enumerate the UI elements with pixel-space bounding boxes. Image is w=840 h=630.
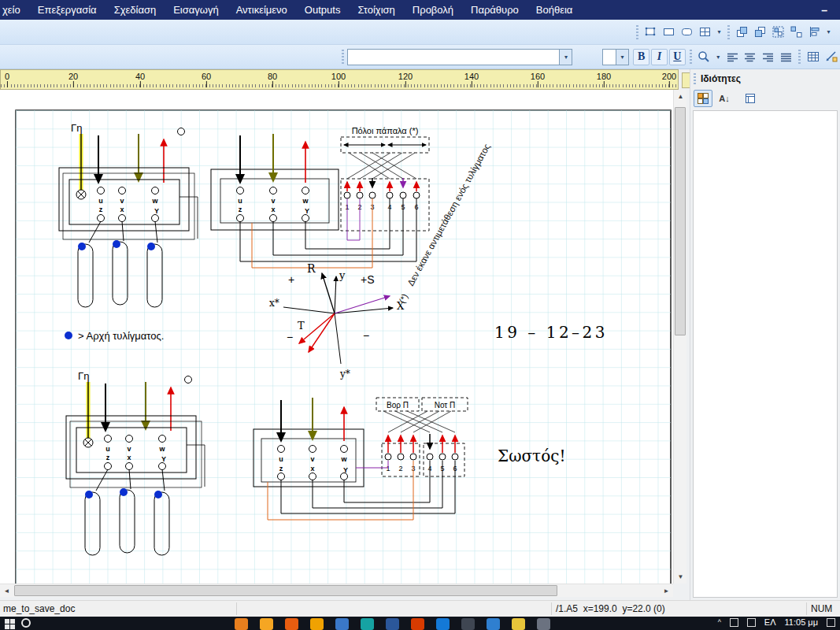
start-icon[interactable] bbox=[5, 618, 15, 630]
text-align-left-button[interactable] bbox=[723, 48, 742, 66]
menu-window[interactable]: Παράθυρο bbox=[462, 0, 527, 20]
menu-draw[interactable]: Σχεδίαση bbox=[105, 0, 165, 20]
taskbar-app-icon[interactable] bbox=[461, 618, 475, 630]
taskbar-apps bbox=[235, 618, 550, 630]
drawing-canvas[interactable]: Γη uvw zxY bbox=[0, 90, 673, 584]
axis-label-ystar: y* bbox=[339, 369, 350, 380]
italic-button[interactable]: I bbox=[651, 49, 668, 65]
vertical-scrollbar[interactable]: ▲ ▼ bbox=[673, 90, 686, 584]
drawing-svg: Γη uvw zxY bbox=[0, 90, 673, 584]
toolbar-grip[interactable] bbox=[342, 50, 344, 64]
properties-toolbar: Α↓ bbox=[690, 88, 840, 109]
taskbar-app-icon[interactable] bbox=[487, 618, 500, 630]
frames-dropdown-icon[interactable]: ▾ bbox=[714, 23, 724, 41]
font-combo[interactable]: ▾ bbox=[347, 49, 573, 65]
south-pole-label: Νοτ Π bbox=[435, 401, 456, 410]
tray-expand-icon[interactable]: ^ bbox=[718, 618, 721, 626]
toolbar-grip[interactable] bbox=[636, 25, 638, 39]
menu-insert[interactable]: Εισαγωγή bbox=[165, 0, 227, 20]
menu-view[interactable]: Προβολή bbox=[404, 0, 462, 20]
search-icon[interactable] bbox=[21, 618, 31, 628]
underline-button[interactable]: U bbox=[669, 49, 686, 65]
horizontal-ruler: 0 20 40 60 80 100 120 140 160 180 200 bbox=[0, 69, 679, 90]
ruler-mark: 180 bbox=[597, 72, 611, 81]
table-button[interactable] bbox=[804, 48, 822, 66]
style-combo[interactable]: ▾ bbox=[602, 49, 629, 65]
alphabetical-sort-icon[interactable]: Α↓ bbox=[715, 90, 734, 107]
categorized-view-icon[interactable] bbox=[694, 90, 712, 107]
winding-start-dot bbox=[65, 332, 72, 339]
pole-title: Πόλοι πάπαλα (*) bbox=[352, 126, 419, 135]
taskbar-app-icon[interactable] bbox=[411, 618, 424, 630]
toolbar-grip[interactable] bbox=[727, 25, 730, 39]
status-separator bbox=[236, 602, 237, 615]
clock[interactable]: 11:05 μμ bbox=[785, 617, 818, 627]
insert-rect-button[interactable] bbox=[660, 23, 678, 41]
zoom-dropdown-icon[interactable]: ▾ bbox=[713, 48, 723, 66]
menu-file[interactable]: χείο bbox=[0, 0, 29, 20]
scroll-left-icon[interactable]: ◄ bbox=[0, 584, 13, 598]
volume-icon[interactable] bbox=[747, 618, 756, 627]
toolbar-grip[interactable] bbox=[690, 50, 692, 64]
taskbar-app-icon[interactable] bbox=[512, 618, 525, 630]
property-pages-icon[interactable] bbox=[741, 90, 760, 107]
align-objects-button[interactable] bbox=[805, 23, 823, 41]
taskbar-app-icon[interactable] bbox=[537, 618, 550, 630]
horizontal-scroll-thumb[interactable] bbox=[14, 585, 557, 596]
text-align-center-button[interactable] bbox=[742, 48, 760, 66]
insert-grid-button[interactable] bbox=[696, 23, 714, 41]
status-separator bbox=[806, 602, 807, 615]
bring-to-front-button[interactable] bbox=[733, 23, 751, 41]
menu-object[interactable]: Αντικείμενο bbox=[228, 0, 296, 20]
taskbar-app-icon[interactable] bbox=[235, 618, 248, 630]
panel-grip[interactable] bbox=[694, 73, 696, 84]
application-window: χείο Επεξεργασία Σχεδίαση Εισαγωγή Αντικ… bbox=[0, 0, 840, 630]
menu-edit[interactable]: Επεξεργασία bbox=[29, 0, 105, 20]
send-to-back-button[interactable] bbox=[751, 23, 769, 41]
properties-body bbox=[693, 110, 838, 598]
taskbar-app-icon[interactable] bbox=[310, 618, 324, 630]
ungroup-button[interactable] bbox=[787, 23, 805, 41]
language-indicator[interactable]: ΕΛ bbox=[764, 617, 776, 627]
svg-text:x: x bbox=[271, 206, 275, 213]
scroll-up-icon[interactable]: ▲ bbox=[674, 90, 687, 103]
taskbar-app-icon[interactable] bbox=[260, 618, 273, 630]
toolbar-grip[interactable] bbox=[798, 50, 801, 64]
menu-help[interactable]: Βοήθεια bbox=[527, 0, 582, 20]
bold-button[interactable]: B bbox=[633, 49, 649, 65]
taskbar-app-icon[interactable] bbox=[361, 618, 374, 630]
taskbar-app-icon[interactable] bbox=[386, 618, 399, 630]
taskbar-app-icon[interactable] bbox=[436, 618, 450, 630]
status-filename: me_to_save_doc bbox=[3, 603, 75, 614]
zoom-button[interactable] bbox=[695, 48, 713, 66]
arrange-dropdown-icon[interactable]: ▾ bbox=[823, 23, 834, 41]
scroll-down-icon[interactable]: ▼ bbox=[674, 570, 687, 584]
horizontal-scrollbar[interactable]: ◄ ► bbox=[0, 584, 673, 597]
svg-text:z: z bbox=[279, 465, 283, 472]
svg-text:Y: Y bbox=[343, 466, 348, 474]
vertical-scroll-thumb[interactable] bbox=[675, 107, 686, 335]
insert-rounded-rect-button[interactable] bbox=[678, 23, 696, 41]
winding-start-note: > Αρχή τυλίγματος. bbox=[78, 330, 164, 342]
menu-align[interactable]: Στοίχιση bbox=[349, 0, 403, 20]
properties-panel: Ιδιότητες Α↓ bbox=[690, 69, 840, 600]
action-center-icon[interactable] bbox=[827, 618, 835, 627]
text-align-right-button[interactable] bbox=[759, 48, 777, 66]
select-frame-button[interactable] bbox=[642, 23, 660, 41]
taskbar-app-icon[interactable] bbox=[285, 618, 298, 630]
network-icon[interactable] bbox=[730, 618, 738, 627]
svg-text:z: z bbox=[239, 206, 242, 213]
scroll-right-icon[interactable]: ► bbox=[660, 584, 673, 598]
svg-text:w: w bbox=[302, 197, 309, 205]
axis-label-T: T bbox=[298, 320, 305, 332]
ruler-mark: 200 bbox=[662, 72, 676, 81]
measure-button[interactable] bbox=[822, 48, 840, 66]
combo-dropdown-icon[interactable]: ▾ bbox=[616, 50, 628, 65]
menu-outputs[interactable]: Outputs bbox=[296, 0, 350, 20]
minimize-button[interactable]: – bbox=[809, 4, 840, 17]
group-button[interactable] bbox=[769, 23, 787, 41]
combo-dropdown-icon[interactable]: ▾ bbox=[559, 50, 572, 65]
taskbar-app-icon[interactable] bbox=[335, 618, 349, 630]
svg-text:u: u bbox=[238, 197, 242, 205]
text-align-justify-button[interactable] bbox=[777, 48, 795, 66]
